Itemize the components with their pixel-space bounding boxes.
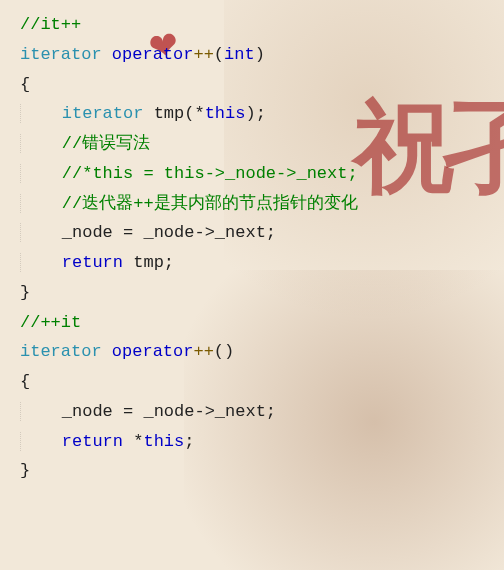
- code-token: );: [245, 104, 265, 123]
- code-line: }: [20, 456, 504, 486]
- code-token: [123, 253, 133, 272]
- code-token: }: [20, 461, 30, 480]
- code-token: operator: [112, 342, 194, 361]
- code-token: }: [20, 283, 30, 302]
- code-line: iterator operator++(int): [20, 40, 504, 70]
- indent: [20, 432, 62, 451]
- code-line: iterator operator++(): [20, 337, 504, 367]
- code-token: (: [214, 45, 224, 64]
- code-line: _node = _node->_next;: [20, 397, 504, 427]
- code-token: {: [20, 372, 30, 391]
- code-snippet: //it++iterator operator++(int){ iterator…: [0, 0, 504, 496]
- code-token: iterator: [20, 45, 102, 64]
- code-token: tmp: [154, 104, 185, 123]
- code-token: _node = _node->_next;: [62, 402, 276, 421]
- code-token: this: [143, 432, 184, 451]
- code-token: //迭代器++是其内部的节点指针的变化: [62, 194, 358, 213]
- code-line: //it++: [20, 10, 504, 40]
- code-line: {: [20, 367, 504, 397]
- code-line: return tmp;: [20, 248, 504, 278]
- code-token: (*: [184, 104, 204, 123]
- indent: [20, 134, 62, 153]
- indent: [20, 104, 62, 123]
- code-line: {: [20, 70, 504, 100]
- code-token: [143, 104, 153, 123]
- code-token: operator: [112, 45, 194, 64]
- code-token: //错误写法: [62, 134, 150, 153]
- code-token: (): [214, 342, 234, 361]
- code-token: return: [62, 253, 123, 272]
- code-line: }: [20, 278, 504, 308]
- code-token: [102, 45, 112, 64]
- indent: [20, 402, 62, 421]
- code-token: {: [20, 75, 30, 94]
- indent: [20, 194, 62, 213]
- code-token: return: [62, 432, 123, 451]
- code-line: //错误写法: [20, 129, 504, 159]
- code-line: //*this = this->_node->_next;: [20, 159, 504, 189]
- code-token: ): [255, 45, 265, 64]
- code-token: _node = _node->_next;: [62, 223, 276, 242]
- code-token: //it++: [20, 15, 81, 34]
- code-token: tmp;: [133, 253, 174, 272]
- code-token: iterator: [62, 104, 144, 123]
- code-line: iterator tmp(*this);: [20, 99, 504, 129]
- code-token: ++: [193, 342, 213, 361]
- code-line: _node = _node->_next;: [20, 218, 504, 248]
- code-token: iterator: [20, 342, 102, 361]
- code-token: *: [123, 432, 143, 451]
- code-line: //++it: [20, 308, 504, 338]
- code-token: [102, 342, 112, 361]
- indent: [20, 253, 62, 272]
- code-token: //++it: [20, 313, 81, 332]
- indent: [20, 223, 62, 242]
- code-line: //迭代器++是其内部的节点指针的变化: [20, 189, 504, 219]
- code-token: this: [205, 104, 246, 123]
- code-token: ++: [193, 45, 213, 64]
- code-line: return *this;: [20, 427, 504, 457]
- code-token: int: [224, 45, 255, 64]
- code-token: ;: [184, 432, 194, 451]
- indent: [20, 164, 62, 183]
- code-token: //*this = this->_node->_next;: [62, 164, 358, 183]
